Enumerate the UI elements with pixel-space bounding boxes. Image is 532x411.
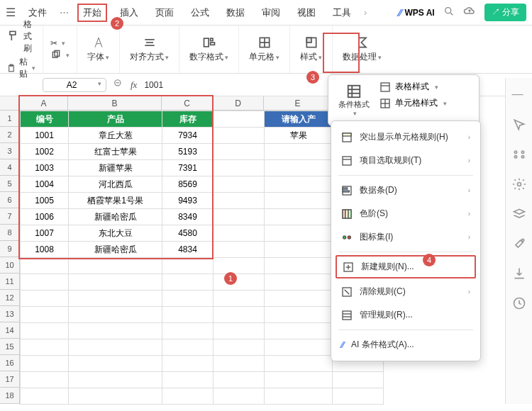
cell[interactable]: 8349 (162, 209, 214, 225)
cell[interactable]: 编号 (21, 111, 69, 128)
cell[interactable] (21, 274, 69, 291)
cell[interactable] (265, 307, 333, 323)
cut-button[interactable]: ✂▾ (50, 38, 70, 48)
cell[interactable] (265, 388, 333, 405)
cell[interactable] (214, 388, 265, 405)
menu-ai-conditional[interactable]: ⁄⁄ AI 条件格式(A)... (331, 333, 480, 356)
cell[interactable] (214, 274, 265, 291)
hamburger-icon[interactable]: ☰ (6, 6, 16, 19)
cell[interactable] (265, 160, 333, 176)
cell[interactable]: 1007 (21, 225, 69, 242)
cell[interactable] (265, 176, 333, 193)
rail-minus-icon[interactable]: — (512, 88, 526, 102)
menu-formula[interactable]: 公式 (187, 4, 214, 22)
row-header[interactable]: 5 (0, 176, 20, 192)
cell[interactable] (69, 356, 162, 372)
cell[interactable] (214, 209, 265, 225)
cell[interactable] (214, 242, 265, 258)
table-style-button[interactable]: 表格样式▾ (379, 81, 447, 93)
cell[interactable]: 章丘大葱 (69, 128, 162, 144)
menu-review[interactable]: 审阅 (257, 4, 284, 22)
row-header[interactable]: 3 (0, 143, 20, 159)
paste-button[interactable]: 粘贴▾ (7, 56, 35, 80)
menu-tool[interactable]: 工具 (328, 4, 355, 22)
cell[interactable]: 8569 (162, 176, 214, 193)
number-format-dropdown[interactable]: 数字格式▾ (179, 26, 239, 73)
cell[interactable]: 7934 (162, 128, 214, 144)
cell[interactable] (265, 291, 333, 307)
cell[interactable] (69, 307, 162, 323)
row-header[interactable]: 16 (0, 355, 20, 371)
cell[interactable]: 4834 (162, 242, 214, 258)
row-header[interactable]: 17 (0, 371, 20, 388)
cell[interactable]: 1004 (21, 176, 69, 193)
cell[interactable] (162, 291, 214, 307)
cell[interactable] (21, 291, 69, 307)
cell[interactable]: 7391 (162, 160, 214, 176)
cell-style-button[interactable]: 单元格样式▾ (379, 97, 447, 109)
row-header[interactable]: 13 (0, 306, 20, 322)
align-dropdown[interactable]: 对齐方式▾ (120, 26, 179, 73)
cell[interactable] (21, 388, 69, 405)
menu-scroll-icon[interactable]: › (364, 7, 367, 18)
cell-dropdown[interactable]: 单元格▾ (239, 26, 290, 73)
select-all-corner[interactable] (0, 96, 20, 111)
menu-clear-rules[interactable]: 清除规则(C)› (331, 280, 480, 303)
cell[interactable] (162, 372, 214, 388)
cell[interactable] (214, 339, 265, 356)
menu-more-icon[interactable]: ⋯ (60, 7, 69, 18)
row-header[interactable]: 2 (0, 127, 20, 143)
row-header[interactable]: 4 (0, 159, 20, 176)
font-dropdown[interactable]: 字体▾ (77, 26, 120, 73)
menu-top-rules[interactable]: 项目选取规则(T)› (331, 149, 480, 172)
rail-settings-icon[interactable] (512, 147, 526, 162)
cell[interactable] (21, 339, 69, 356)
cell[interactable] (162, 356, 214, 372)
cell[interactable] (214, 128, 265, 144)
copy-button[interactable]: ▾ (50, 50, 70, 61)
cell[interactable] (265, 144, 333, 160)
cell[interactable] (333, 372, 384, 388)
cell[interactable] (69, 339, 162, 356)
cell[interactable] (162, 307, 214, 323)
share-button[interactable]: ↗ 分享 (484, 4, 526, 21)
row-header[interactable]: 8 (0, 225, 20, 241)
cell[interactable]: 9493 (162, 193, 214, 209)
search-icon[interactable] (443, 6, 455, 19)
cell[interactable] (162, 274, 214, 291)
menu-data-bars[interactable]: 数据条(D)› (331, 179, 480, 202)
cell[interactable] (265, 209, 333, 225)
cloud-upload-icon[interactable] (463, 5, 476, 20)
conditional-format-button[interactable]: 条件格式▾ (334, 81, 374, 120)
cell[interactable] (21, 372, 69, 388)
row-header[interactable]: 15 (0, 339, 20, 355)
cell[interactable] (214, 193, 265, 209)
cell[interactable] (214, 225, 265, 242)
cell[interactable]: 1002 (21, 144, 69, 160)
rail-download-icon[interactable] (512, 266, 526, 281)
rail-layers-icon[interactable] (512, 207, 526, 221)
column-header[interactable]: A (20, 96, 68, 111)
cell[interactable] (265, 242, 333, 258)
cell[interactable] (162, 339, 214, 356)
row-header[interactable]: 10 (0, 257, 20, 274)
cell[interactable]: 东北大豆 (69, 225, 162, 242)
rail-cursor-icon[interactable] (512, 118, 526, 132)
cell[interactable] (162, 388, 214, 405)
rail-clock-icon[interactable] (512, 296, 526, 310)
cell[interactable]: 库存 (162, 111, 214, 128)
fx-icon[interactable]: fx (131, 79, 137, 91)
row-header[interactable]: 18 (0, 388, 20, 404)
cell[interactable]: 新疆苹果 (69, 160, 162, 176)
row-header[interactable]: 11 (0, 274, 20, 290)
cell[interactable] (265, 258, 333, 274)
column-header[interactable]: C (162, 96, 213, 111)
cell[interactable] (214, 356, 265, 372)
data-processing-dropdown[interactable]: 数据处理▾ (333, 26, 392, 73)
menu-new-rule[interactable]: 新建规则(N)... (336, 255, 476, 278)
name-box[interactable]: A2▾ (43, 78, 106, 92)
cell[interactable]: 1003 (21, 160, 69, 176)
cell[interactable] (21, 323, 69, 339)
cell[interactable] (265, 339, 333, 356)
menu-icon-sets[interactable]: 图标集(I)› (331, 225, 480, 249)
